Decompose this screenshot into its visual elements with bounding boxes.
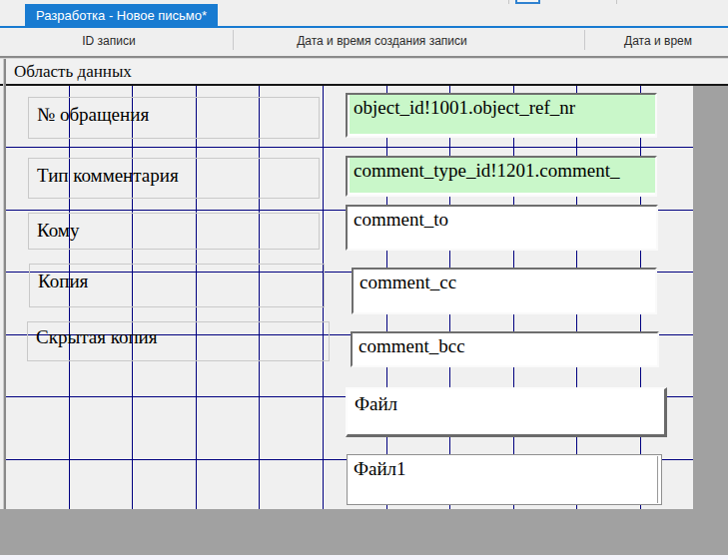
band-title: Область данных xyxy=(14,62,132,82)
column-header-created-datetime[interactable]: Дата и время создания записи xyxy=(218,28,546,56)
file1-control-selected[interactable]: Файл1 xyxy=(347,454,662,505)
label-bcc[interactable]: Скрытая копия xyxy=(27,321,330,361)
field-comment-cc[interactable]: comment_cc xyxy=(352,268,657,314)
toolbar-separator xyxy=(508,0,509,4)
label-to[interactable]: Кому xyxy=(28,213,320,250)
outside-page-area-right xyxy=(693,86,728,560)
field-object-ref-nr[interactable]: object_id!1001.object_ref_nr xyxy=(346,93,657,138)
column-separator xyxy=(584,30,585,50)
field-comment-to[interactable]: comment_to xyxy=(346,205,658,251)
column-separator xyxy=(233,30,234,50)
outside-page-area-bottom xyxy=(0,509,728,560)
tab-title: Разработка - Новое письмо* xyxy=(36,8,207,23)
band-header-data-area[interactable]: Область данных xyxy=(0,59,728,84)
field-comment-type[interactable]: comment_type_id!1201.comment_ xyxy=(346,156,657,197)
toolbar-button-fragment[interactable] xyxy=(515,0,540,4)
label-comment-type[interactable]: Тип комментария xyxy=(28,158,320,199)
toolbar-separator xyxy=(616,0,617,4)
label-cc[interactable]: Копия xyxy=(29,264,325,307)
column-header-modified-datetime[interactable]: Дата и врем xyxy=(546,28,728,56)
dataset-column-header-row: ID записи Дата и время создания записи Д… xyxy=(0,28,728,56)
tab-development-new-letter[interactable]: Разработка - Новое письмо* xyxy=(25,4,218,26)
bottom-edge-strip xyxy=(0,555,728,560)
label-request-number[interactable]: № обращения xyxy=(28,97,320,139)
field-comment-bcc[interactable]: comment_bcc xyxy=(351,331,659,367)
column-header-record-id[interactable]: ID записи xyxy=(0,28,218,56)
file-control[interactable]: Файл xyxy=(346,387,667,437)
